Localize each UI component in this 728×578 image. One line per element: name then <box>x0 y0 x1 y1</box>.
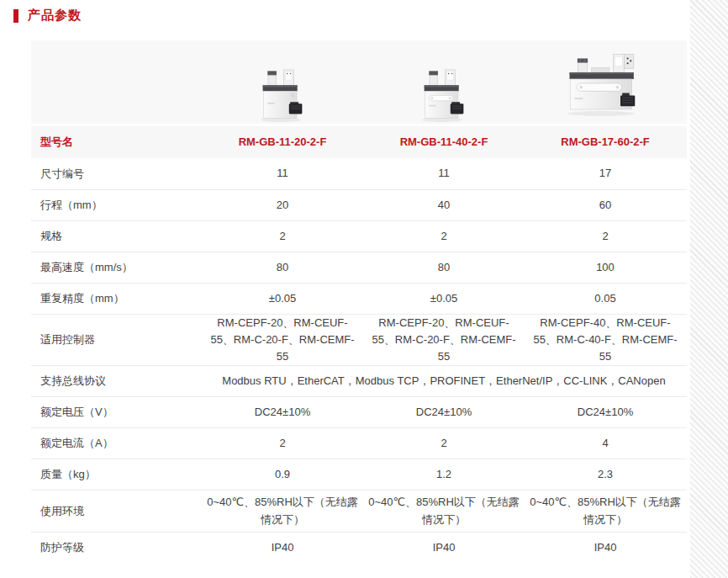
row-value: 20 <box>202 197 363 214</box>
row-value: 11 <box>202 165 363 182</box>
table-row-rated-current: 额定电流（A） 2 2 4 <box>31 427 687 459</box>
table-row-spec: 规格 2 2 2 <box>31 220 687 252</box>
section-header: 产品参数 <box>13 8 82 24</box>
table-row-stroke: 行程（mm） 20 40 60 <box>31 189 687 220</box>
page-background-texture <box>690 0 728 578</box>
row-value: IP40 <box>363 539 525 556</box>
row-value: 0~40℃、85%RH以下（无结露情况下） <box>202 494 363 528</box>
row-value: IP40 <box>525 539 686 556</box>
product-image-band <box>31 40 687 124</box>
row-label: 质量（kg） <box>31 467 202 482</box>
row-value: 0~40℃、85%RH以下（无结露情况下） <box>363 494 525 528</box>
row-value: 0.9 <box>202 466 363 483</box>
row-value: 2 <box>363 228 525 245</box>
table-row-max-speed: 最高速度（mm/s） 80 80 100 <box>31 252 687 283</box>
row-value: 40 <box>363 197 525 214</box>
model-name-1: RM-GB-11-20-2-F <box>202 134 363 151</box>
table-row-repeatability: 重复精度（mm） ±0.05 ±0.05 0.05 <box>31 283 687 314</box>
page-title: 产品参数 <box>28 8 82 24</box>
row-value: 80 <box>363 259 525 276</box>
row-value: DC24±10% <box>202 404 363 421</box>
row-label: 支持总线协议 <box>31 374 202 389</box>
row-value: 11 <box>363 165 525 182</box>
row-label: 额定电压（V） <box>31 405 202 420</box>
accent-bar <box>13 9 18 23</box>
model-name-3: RM-GB-17-60-2-F <box>525 134 686 151</box>
row-label: 规格 <box>31 229 202 244</box>
row-value: 2 <box>525 228 686 245</box>
row-value: RM-CEPF-40、RM-CEUF-55、RM-C-40-F、RM-CEMF-… <box>525 315 686 365</box>
row-label: 型号名 <box>31 135 202 150</box>
table-row-bus-protocols: 支持总线协议 Modbus RTU，EtherCAT，Modbus TCP，PR… <box>31 365 687 396</box>
row-label: 行程（mm） <box>31 198 202 213</box>
row-label: 额定电流（A） <box>31 436 202 451</box>
row-value: 2 <box>202 435 363 452</box>
row-value: DC24±10% <box>363 404 525 421</box>
row-value: IP40 <box>202 539 363 556</box>
gripper-small-icon <box>417 66 471 123</box>
row-label: 防护等级 <box>31 540 202 555</box>
table-row-mass: 质量（kg） 0.9 1.2 2.3 <box>31 459 687 490</box>
product-parameters-page: 产品参数 <box>0 0 728 578</box>
gripper-large-icon <box>560 44 651 123</box>
row-label: 最高速度（mm/s） <box>31 260 202 275</box>
row-value: 1.2 <box>363 466 525 483</box>
row-value: 0.05 <box>525 290 686 307</box>
product-image-2 <box>363 66 525 124</box>
row-value: ±0.05 <box>202 290 363 307</box>
row-value: RM-CEPF-20、RM-CEUF-55、RM-C-20-F、RM-CEMF-… <box>202 315 363 365</box>
table-row-controllers: 适用控制器 RM-CEPF-20、RM-CEUF-55、RM-C-20-F、RM… <box>31 314 687 365</box>
row-value-span: Modbus RTU，EtherCAT，Modbus TCP，PROFINET，… <box>202 374 686 389</box>
table-row-size-number: 尺寸编号 11 11 17 <box>31 158 687 189</box>
product-image-3 <box>525 44 686 124</box>
table-row-protection-rating: 防护等级 IP40 IP40 IP40 <box>31 532 687 563</box>
row-value: 0~40℃、85%RH以下（无结露情况下） <box>525 494 686 528</box>
row-label: 尺寸编号 <box>31 167 202 182</box>
product-image-1 <box>202 66 363 124</box>
row-label: 重复精度（mm） <box>31 291 202 306</box>
table-row-model: 型号名 RM-GB-11-20-2-F RM-GB-11-40-2-F RM-G… <box>31 126 687 158</box>
product-table: 型号名 RM-GB-11-20-2-F RM-GB-11-40-2-F RM-G… <box>31 40 687 563</box>
table-row-rated-voltage: 额定电压（V） DC24±10% DC24±10% DC24±10% <box>31 396 687 427</box>
gripper-small-icon <box>256 66 309 123</box>
row-value: RM-CEPF-20、RM-CEUF-55、RM-C-20-F、RM-CEMF-… <box>363 315 525 365</box>
row-value: 2.3 <box>525 466 686 483</box>
row-label: 使用环境 <box>31 504 202 519</box>
table-row-environment: 使用环境 0~40℃、85%RH以下（无结露情况下） 0~40℃、85%RH以下… <box>31 490 687 531</box>
model-name-2: RM-GB-11-40-2-F <box>363 134 525 151</box>
row-label: 适用控制器 <box>31 332 202 347</box>
row-value: 2 <box>202 228 363 245</box>
row-value: 17 <box>525 165 686 182</box>
row-value: 2 <box>363 435 525 452</box>
row-value: 100 <box>525 259 686 276</box>
row-value: 4 <box>525 435 686 452</box>
row-value: 60 <box>525 197 686 214</box>
row-value: 80 <box>202 259 363 276</box>
row-value: ±0.05 <box>363 290 525 307</box>
row-value: DC24±10% <box>525 404 686 421</box>
